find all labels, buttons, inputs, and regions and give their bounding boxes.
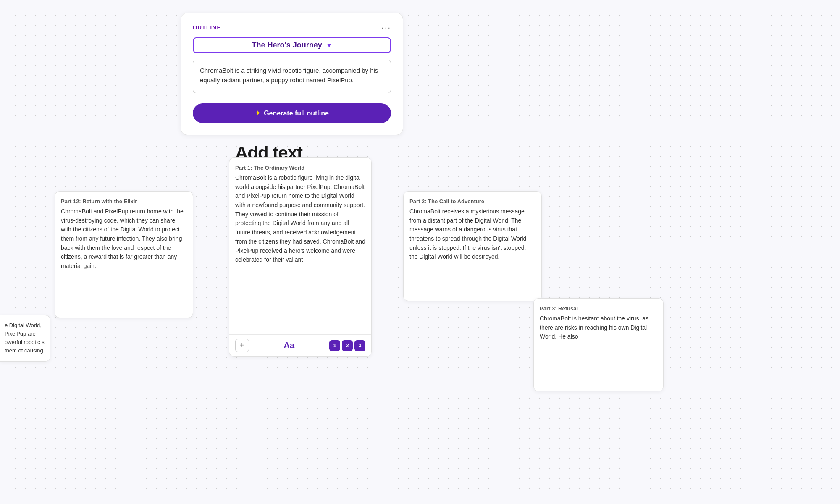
outline-card: OUTLINE ··· The Hero's Journey ▼ ChromaB… — [181, 13, 403, 135]
center-card-scroll[interactable]: Part 1: The Ordinary World ChromaBolt is… — [229, 158, 371, 334]
toolbar-num-1[interactable]: 1 — [329, 340, 340, 351]
center-card-part-title: Part 1: The Ordinary World — [235, 165, 365, 171]
sparkle-icon: ✦ — [255, 109, 260, 117]
center-card: Part 1: The Ordinary World ChromaBolt is… — [229, 158, 372, 357]
left-card-scroll[interactable]: Part 12: Return with the Elixir ChromaBo… — [55, 192, 193, 318]
far-right-card-part-content: ChromaBolt is hesitant about the virus, … — [540, 314, 657, 341]
left-card-part-content: ChromaBolt and PixelPup return home with… — [61, 207, 187, 271]
left-card-part-title: Part 12: Return with the Elixir — [61, 198, 187, 205]
toolbar-num-2[interactable]: 2 — [342, 340, 353, 351]
center-card-part-content: ChromaBolt is a robotic figure living in… — [235, 173, 365, 265]
outline-section-label: OUTLINE — [193, 24, 221, 31]
toolbar-nums: 1 2 3 — [329, 340, 365, 351]
generate-outline-label: Generate full outline — [264, 110, 329, 117]
toolbar-aa-button[interactable]: Aa — [284, 341, 294, 350]
far-right-card-scroll[interactable]: Part 3: Refusal ChromaBolt is hesitant a… — [534, 299, 663, 391]
right-card-scroll[interactable]: Part 2: The Call to Adventure ChromaBolt… — [404, 192, 541, 301]
outline-more-button[interactable]: ··· — [381, 23, 391, 32]
far-right-card-part-title: Part 3: Refusal — [540, 305, 657, 312]
left-card: Part 12: Return with the Elixir ChromaBo… — [55, 191, 193, 318]
outline-title-dropdown[interactable]: The Hero's Journey ▼ — [193, 37, 391, 53]
right-card: Part 2: The Call to Adventure ChromaBolt… — [403, 191, 542, 301]
generate-outline-button[interactable]: ✦ Generate full outline — [193, 103, 391, 123]
arrows-layer — [0, 0, 126, 63]
center-card-toolbar: + Aa 1 2 3 — [229, 334, 371, 356]
right-card-part-title: Part 2: The Call to Adventure — [410, 198, 536, 205]
outline-title-text: The Hero's Journey — [252, 41, 322, 50]
far-right-card: Part 3: Refusal ChromaBolt is hesitant a… — [533, 298, 664, 391]
outline-description-input[interactable]: ChromaBolt is a striking vivid robotic f… — [193, 60, 391, 93]
outline-card-header: OUTLINE ··· — [193, 23, 391, 32]
far-left-partial-text: e Digital World, PixelPup are owerful ro… — [5, 321, 46, 355]
chevron-down-icon: ▼ — [326, 42, 332, 49]
toolbar-num-3[interactable]: 3 — [354, 340, 365, 351]
toolbar-plus-button[interactable]: + — [235, 339, 249, 352]
right-card-part-content: ChromaBolt receives a mysterious message… — [410, 207, 536, 262]
far-left-partial-card: e Digital World, PixelPup are owerful ro… — [0, 315, 50, 362]
